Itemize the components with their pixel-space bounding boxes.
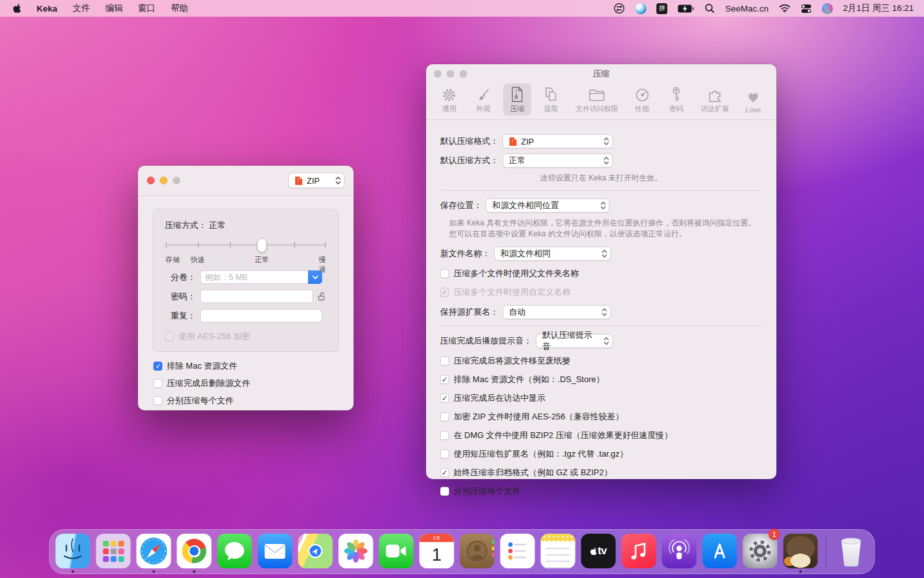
- dock-music[interactable]: [622, 530, 656, 573]
- password-input[interactable]: [200, 290, 313, 303]
- checkbox-parent-folder-name[interactable]: 压缩多个文件时使用父文件夹名称: [440, 268, 762, 279]
- spotlight-search-icon[interactable]: [705, 3, 715, 13]
- close-button[interactable]: [434, 70, 441, 78]
- checkbox-exclude-mac-resources[interactable]: 排除 Mac 资源文件（例如：.DS_Store）: [440, 374, 762, 385]
- tab-extraction[interactable]: 提取: [537, 83, 565, 116]
- checkbox-compress-separately[interactable]: 分别压缩每个文件: [440, 486, 762, 497]
- repeat-password-input[interactable]: [200, 309, 322, 322]
- checkbox[interactable]: [440, 450, 449, 459]
- checkbox-exclude-mac-resources[interactable]: 排除 Mac 资源文件: [153, 360, 354, 372]
- tab-appearance[interactable]: 外观: [469, 83, 497, 116]
- checkbox[interactable]: [440, 412, 449, 421]
- checkbox[interactable]: [440, 375, 449, 384]
- control-center-icon[interactable]: [801, 4, 812, 13]
- tab-love[interactable]: Love: [739, 85, 767, 116]
- menu-item-edit[interactable]: 编辑: [105, 3, 123, 14]
- finish-sound-select[interactable]: 默认压缩提示音: [536, 334, 613, 348]
- checkbox[interactable]: [440, 468, 449, 477]
- zip-doc-icon: [509, 137, 517, 146]
- dock-tv[interactable]: tv: [581, 530, 616, 573]
- checkbox-dmg-bzip2[interactable]: 在 DMG 文件中使用 BZIP2 压缩（压缩效果更好但速度慢）: [440, 430, 762, 441]
- minimize-button[interactable]: [447, 70, 454, 78]
- checkbox[interactable]: [153, 396, 162, 405]
- checkbox[interactable]: [440, 431, 449, 440]
- menu-item-window[interactable]: 窗口: [138, 3, 155, 14]
- checkbox-zip-aes256[interactable]: 加密 ZIP 文件时使用 AES-256（兼容性较差）: [440, 411, 762, 423]
- minimize-button[interactable]: [160, 177, 167, 184]
- dock-facetime[interactable]: [379, 530, 414, 573]
- dock-keka[interactable]: [783, 530, 818, 573]
- chevron-updown-icon: [601, 201, 606, 210]
- tab-passwords[interactable]: 密码: [662, 83, 690, 116]
- menu-item-file[interactable]: 文件: [73, 3, 90, 14]
- checkbox-short-extension[interactable]: 使用短压缩包扩展名（例如：.tgz 代替 .tar.gz）: [440, 448, 762, 460]
- dock-messages[interactable]: [218, 530, 252, 573]
- dock-notes[interactable]: [541, 530, 576, 573]
- split-volume-combo[interactable]: [200, 270, 322, 284]
- wifi-icon[interactable]: [779, 4, 791, 13]
- menu-item-help[interactable]: 帮助: [171, 3, 188, 14]
- checkbox-show-in-finder[interactable]: 压缩完成后在访达中显示: [440, 392, 762, 404]
- dock-mail[interactable]: [258, 530, 293, 573]
- switcher-icon[interactable]: [613, 3, 625, 14]
- checkbox[interactable]: [153, 362, 162, 371]
- battery-icon[interactable]: [678, 4, 694, 13]
- trash-icon[interactable]: [834, 530, 869, 573]
- format-select[interactable]: ZIP: [288, 173, 345, 188]
- dock-safari[interactable]: [137, 530, 171, 573]
- section-divider: [440, 190, 762, 191]
- menu-bar-clock[interactable]: 2月1日 周三 16:21: [843, 3, 914, 14]
- dock-maps[interactable]: [298, 530, 333, 573]
- dock-launchpad[interactable]: [96, 530, 131, 573]
- siri-icon[interactable]: [822, 3, 833, 14]
- tab-compression[interactable]: 压缩: [503, 83, 531, 116]
- dock-finder[interactable]: [56, 530, 90, 573]
- checkbox-always-compress-nonarchive[interactable]: 始终压缩非归档格式（例如 GZ 或 BZIP2）: [440, 467, 762, 478]
- checkbox-compress-separately[interactable]: 分别压缩每个文件: [153, 395, 354, 407]
- dock-system-preferences[interactable]: 1: [743, 530, 778, 573]
- tab-performance[interactable]: 性能: [628, 83, 656, 116]
- checkbox[interactable]: [440, 487, 449, 496]
- unlocked-padlock-icon: [317, 292, 327, 301]
- tab-file-access[interactable]: 文件访问权限: [571, 83, 622, 116]
- pinyin-input-icon[interactable]: 拼: [656, 3, 667, 14]
- split-volume-input[interactable]: [200, 270, 308, 284]
- default-format-label: 默认压缩格式：: [440, 136, 499, 147]
- dock-calendar[interactable]: 2月 1: [420, 530, 454, 573]
- dock-reminders[interactable]: [501, 530, 535, 573]
- default-method-select[interactable]: 正常: [502, 153, 613, 168]
- menu-app-name[interactable]: Keka: [37, 4, 57, 13]
- keka-compression-window: ZIP 压缩方式： 正常 存储 快速 正常 慢速: [138, 166, 354, 410]
- dock-photos[interactable]: [339, 530, 373, 573]
- zoom-button[interactable]: [173, 177, 180, 184]
- save-location-select[interactable]: 和源文件相同位置: [486, 198, 610, 213]
- facetime-icon: [379, 534, 414, 568]
- dock-appstore[interactable]: [703, 530, 737, 573]
- dock-podcasts[interactable]: [662, 530, 697, 573]
- zoom-button[interactable]: [459, 70, 467, 78]
- extract-documents-icon: [543, 86, 559, 103]
- default-format-select[interactable]: ZIP: [502, 134, 613, 148]
- dock-chrome[interactable]: [177, 530, 212, 573]
- method-label: 压缩方式：: [165, 220, 207, 230]
- slider-knob[interactable]: [257, 238, 267, 252]
- tab-finder-extension[interactable]: 访达扩展: [696, 83, 733, 116]
- keep-extension-select[interactable]: 自动: [502, 305, 611, 319]
- network-name[interactable]: SeeMac.cn: [725, 4, 769, 13]
- slider-label-fast: 快速: [191, 255, 205, 265]
- music-icon: [622, 534, 656, 568]
- close-button[interactable]: [147, 177, 155, 184]
- checkbox[interactable]: [440, 356, 449, 365]
- launchpad-icon: [96, 534, 131, 568]
- compression-level-slider[interactable]: 存储 快速 正常 慢速: [166, 238, 326, 265]
- checkbox-move-to-trash[interactable]: 压缩完成后将源文件移至废纸篓: [440, 355, 762, 367]
- checkbox[interactable]: [440, 269, 449, 278]
- checkbox-delete-source[interactable]: 压缩完成后删除源文件: [153, 378, 354, 389]
- dock-contacts[interactable]: [460, 530, 495, 573]
- new-file-name-select[interactable]: 和源文件相同: [494, 247, 611, 261]
- apple-menu-icon[interactable]: [13, 3, 21, 13]
- checkbox[interactable]: [440, 394, 449, 403]
- proxy-globe-icon[interactable]: [635, 3, 646, 14]
- checkbox[interactable]: [153, 379, 162, 388]
- tab-general[interactable]: 通用: [435, 83, 463, 116]
